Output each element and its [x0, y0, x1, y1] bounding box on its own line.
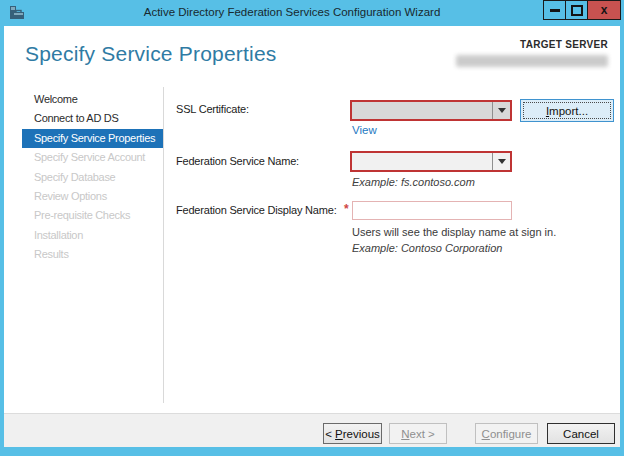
ssl-certificate-value: [352, 102, 492, 119]
window-title: Active Directory Federation Services Con…: [60, 6, 524, 18]
next-label: ext >: [410, 428, 435, 440]
previous-prefix: <: [325, 428, 335, 440]
close-icon: x: [601, 4, 608, 16]
display-name-example: Example: Contoso Corporation: [352, 242, 502, 254]
federation-service-name-value: [352, 153, 492, 170]
ssl-certificate-dropdown-arrow[interactable]: [492, 102, 510, 119]
sidebar-item-installation: Installation: [22, 226, 163, 245]
target-server-value-redacted: [456, 55, 608, 67]
titlebar[interactable]: Active Directory Federation Services Con…: [0, 0, 624, 26]
ssl-certificate-combobox[interactable]: [350, 100, 512, 121]
target-server-label: TARGET SERVER: [520, 39, 608, 50]
next-button: Next >: [389, 423, 447, 444]
app-icon: [9, 5, 25, 21]
minimize-button[interactable]: [543, 0, 566, 20]
sidebar-divider: [163, 87, 164, 403]
display-name-help-text: Users will see the display name at sign …: [352, 226, 556, 238]
configure-label: onfigure: [490, 428, 532, 440]
federation-service-name-combobox[interactable]: [350, 151, 512, 172]
wizard-steps-nav: Welcome Connect to AD DS Specify Service…: [4, 90, 163, 265]
previous-mnemonic: P: [335, 428, 343, 440]
chevron-down-icon: [498, 108, 506, 113]
next-mnemonic: N: [401, 428, 409, 440]
federation-service-name-label: Federation Service Name:: [176, 155, 299, 167]
maximize-icon: [571, 5, 583, 16]
wizard-window: Active Directory Federation Services Con…: [0, 0, 624, 456]
maximize-button[interactable]: [565, 0, 588, 20]
sidebar-item-welcome[interactable]: Welcome: [22, 90, 163, 109]
chevron-down-icon: [498, 159, 506, 164]
sidebar-item-review-options: Review Options: [22, 187, 163, 206]
federation-service-name-dropdown-arrow[interactable]: [492, 153, 510, 170]
configure-button: Configure: [475, 423, 538, 444]
configure-mnemonic: C: [482, 428, 490, 440]
import-button[interactable]: Import...: [520, 99, 614, 122]
minimize-icon: [550, 9, 560, 12]
ssl-certificate-label: SSL Certificate:: [176, 103, 249, 115]
sidebar-item-pre-requisite-checks: Pre-requisite Checks: [22, 206, 163, 225]
view-certificate-link[interactable]: View: [352, 124, 377, 136]
previous-label: revious: [343, 428, 380, 440]
close-button[interactable]: x: [587, 0, 621, 20]
required-asterisk: *: [344, 202, 349, 216]
previous-button[interactable]: < Previous: [323, 423, 382, 444]
federation-service-name-example: Example: fs.contoso.com: [352, 176, 475, 188]
sidebar-item-specify-database: Specify Database: [22, 168, 163, 187]
sidebar-item-specify-service-properties[interactable]: Specify Service Properties: [22, 129, 163, 148]
sidebar-item-results: Results: [22, 245, 163, 264]
cancel-button[interactable]: Cancel: [547, 423, 615, 444]
page-title: Specify Service Properties: [25, 42, 276, 66]
import-button-label: mport...: [549, 105, 588, 117]
federation-service-display-name-input[interactable]: [352, 201, 512, 220]
sidebar-item-connect-to-ad-ds[interactable]: Connect to AD DS: [22, 109, 163, 128]
content-area: Specify Service Properties TARGET SERVER…: [4, 26, 620, 413]
footer-bar: < Previous Next > Configure Cancel: [4, 413, 620, 447]
sidebar-item-specify-service-account: Specify Service Account: [22, 148, 163, 167]
federation-service-display-name-label: Federation Service Display Name:: [176, 204, 337, 216]
